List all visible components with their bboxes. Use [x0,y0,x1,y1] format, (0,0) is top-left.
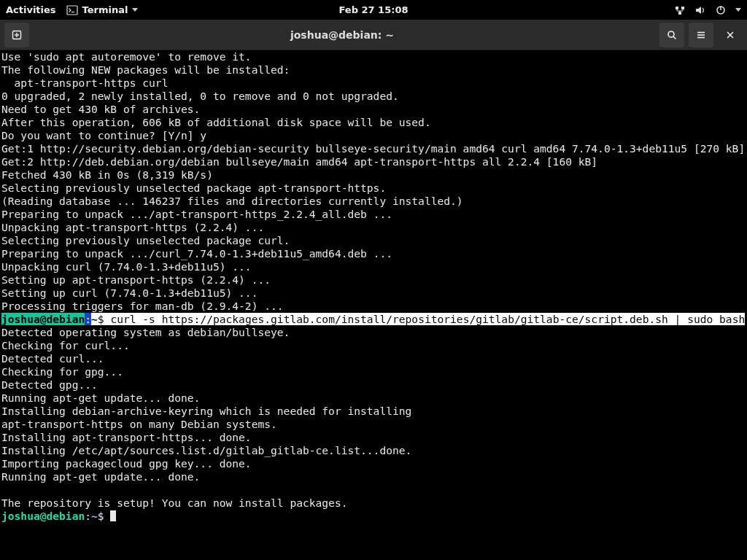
prompt-userhost: joshua@debian [1,510,85,522]
power-icon [715,4,727,16]
svg-line-16 [673,36,676,39]
current-app-menu[interactable]: Terminal [66,4,139,16]
svg-marker-9 [696,7,701,14]
prompt-colon: : [85,510,91,522]
highlighted-command-line: joshua@debian:~$ curl -s https://package… [1,313,746,326]
current-app-label: Terminal [82,4,128,15]
chevron-down-icon [735,8,741,12]
svg-rect-0 [67,6,77,15]
network-icon [674,4,686,16]
search-button[interactable] [659,23,684,47]
terminal-output: Detected operating system as debian/bull… [1,326,746,510]
cursor [110,510,116,521]
prompt-path: ~ [91,510,98,522]
terminal-icon [66,4,78,16]
window-titlebar: joshua@debian: ~ [0,20,747,50]
current-prompt-line: joshua@debian:~$ [1,510,746,523]
gnome-topbar: Activities Terminal Feb 27 15:08 [0,0,747,20]
close-button[interactable] [718,23,743,47]
system-status-area[interactable] [674,4,741,16]
svg-rect-2 [676,7,678,9]
terminal-viewport[interactable]: Use 'sudo apt autoremove' to remove it. … [0,50,747,524]
window-title: joshua@debian: ~ [29,29,655,41]
hamburger-menu-button[interactable] [689,23,713,47]
activities-button[interactable]: Activities [6,4,56,15]
prompt-command: $ curl -s https://packages.gitlab.com/in… [98,313,745,325]
chevron-down-icon [132,8,138,12]
svg-point-15 [668,31,674,37]
volume-icon [694,4,706,16]
prompt-colon: : [85,313,91,325]
terminal-output: Use 'sudo apt autoremove' to remove it. … [1,50,746,313]
prompt-dollar: $ [98,510,111,522]
new-tab-button[interactable] [4,23,29,47]
prompt-path: ~ [91,313,98,325]
prompt-userhost: joshua@debian [1,313,85,325]
svg-rect-4 [678,12,681,15]
svg-rect-3 [681,7,684,9]
